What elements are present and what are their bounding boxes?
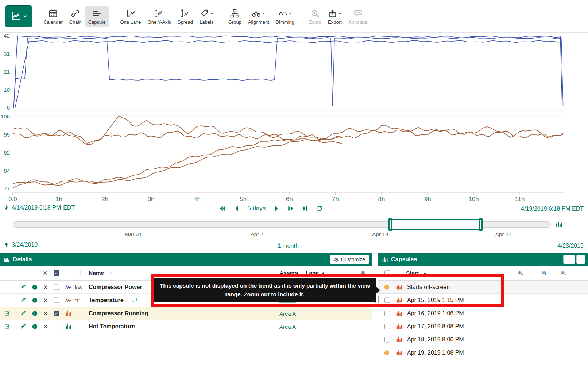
toolbar-group: One LaneOne Y-AxisSpreadLabels [117,6,217,27]
add-property-column-icon[interactable] [561,270,567,276]
y-axis-tick: 31 [4,51,10,57]
capsule-checkbox[interactable] [384,297,390,303]
export-icon [328,9,337,18]
capsule-row: Apr 19, 2019 1:08 PM [378,346,588,359]
info-icon[interactable] [32,297,38,303]
toolbar-icon-row [200,9,214,18]
toolbar-button-one-y-axis[interactable]: One Y-Axis [144,6,174,27]
remove-icon[interactable] [43,311,48,316]
add-column-icon[interactable] [518,270,524,276]
remove-all-icon[interactable] [43,270,48,276]
arrow-down-icon[interactable] [3,204,9,211]
toolbar-button-export[interactable]: Export [324,6,345,27]
row-checkbox[interactable] [54,284,59,290]
step-back-button[interactable] [233,205,240,212]
comment-icon[interactable] [131,297,138,303]
asset-swap-icon[interactable] [20,310,26,316]
range-end-group: 4/19/2019 6:18 PM EDT [521,206,584,212]
step-forward-button[interactable] [273,205,280,212]
range-end-datetime[interactable]: 4/19/2019 6:18 PM [521,206,570,212]
add-stat-column-icon[interactable] [541,270,547,276]
range-start-group: 4/14/2019 6:18 PM EDT [3,204,75,211]
row-checkbox[interactable] [54,297,59,303]
edit-icon [4,323,11,329]
capsule-start-value: Starts off-screen [407,284,450,290]
capsule-checkbox[interactable] [384,311,390,316]
scrubber-date-label: Apr 21 [495,231,511,237]
capsule-time-icon[interactable] [556,221,563,228]
toolbar-button-spread[interactable]: Spread [174,6,196,27]
toolbar-button-chain[interactable]: Chain [66,6,85,27]
toolbar-button-labels[interactable]: Labels [196,6,217,27]
range-start-datetime[interactable]: 4/14/2019 6:18 PM [12,204,61,211]
info-icon[interactable] [32,284,38,290]
row-checkbox[interactable]: ✓ [54,311,59,316]
trend-chart[interactable]: 423121100106999284770.01h2h3h4h5h6h7h8h9… [0,33,588,204]
asset-link[interactable]: Area A [279,310,296,316]
x-axis-tick: 10h [468,196,479,203]
scrubber-handle-right[interactable] [479,218,483,231]
sort-updown-icon[interactable] [108,270,113,276]
step-forward-fast-button[interactable] [287,205,294,212]
remove-icon[interactable] [43,298,48,303]
toolbar-button-alignment[interactable]: Alignment [245,6,272,27]
investigate-end-date[interactable]: 4/23/2019 [558,243,584,249]
warning-info-icon[interactable] [384,284,390,290]
sort-updown-icon[interactable] [78,270,83,276]
customize-button[interactable]: ⚙ Customize [330,255,369,264]
y-axis-tick: 106 [1,113,10,120]
select-all-checkbox[interactable]: ✓ [54,270,59,276]
capsules-title: Capsules [391,256,417,263]
main-toolbar: CalendarChainCapsuleOne LaneOne Y-AxisSp… [0,0,588,33]
refresh-icon[interactable] [316,205,323,212]
signal-icon [65,297,71,303]
asset-swap-icon[interactable] [20,284,26,290]
scrubber-handle-left[interactable] [388,218,392,231]
x-axis-tick: 8h [378,196,385,203]
capsule-checkbox[interactable] [384,337,390,342]
arrow-up-icon[interactable] [3,242,9,248]
capsule-checkbox[interactable] [384,324,390,329]
x-axis-tick: 5h [240,196,247,203]
name-column-header[interactable]: Name [89,270,104,276]
lane-column-header[interactable]: Lane [306,270,319,276]
step-back-fast-button[interactable] [219,205,226,212]
toolbar-button-dimming[interactable]: Dimming [272,6,298,27]
select-all-capsules-checkbox[interactable] [384,270,390,276]
range-end-timezone[interactable]: EDT [572,206,584,212]
asset-swap-icon[interactable] [20,297,26,303]
info-icon[interactable] [32,310,38,316]
investigate-duration[interactable]: 1 month [278,243,299,249]
zoom-to-capsule-button[interactable] [563,255,575,264]
capsule-icon [396,284,402,290]
add-column-icon[interactable] [360,270,367,276]
details-title: Details [13,256,32,263]
toolbar-button-capsule[interactable]: Capsule [85,6,109,27]
one-y-axis-icon [154,9,164,18]
item-name: Temperature [89,297,124,304]
item-name: Compressor Running [89,310,148,317]
remove-icon[interactable] [43,324,48,329]
info-icon[interactable] [32,323,38,329]
asset-link[interactable]: Area A [279,323,296,329]
start-column-header[interactable]: Start [406,270,419,276]
collapse-button[interactable] [576,255,585,264]
row-checkbox[interactable] [54,324,59,329]
duration-label[interactable]: 5 days [247,205,266,212]
remove-icon[interactable] [43,285,48,290]
asset-swap-icon[interactable] [20,323,26,329]
step-controls: 5 days [219,205,323,212]
investigate-start-date[interactable]: 3/24/2019 [12,242,38,248]
series-temperature-c [13,138,343,188]
toolbar-button-calendar[interactable]: Calendar [40,6,66,27]
step-to-end-button[interactable] [301,205,309,212]
warning-info-icon[interactable] [384,350,390,356]
assets-column-header[interactable]: Assets [279,270,298,276]
workbench-menu-button[interactable] [5,5,32,27]
toolbar-button-one-lane[interactable]: One Lane [117,6,144,27]
x-axis-tick: 7h [332,196,339,203]
toolbar-button-group[interactable]: Group [225,6,245,27]
range-start-timezone[interactable]: EDT [63,204,75,211]
seeq-workbench: CalendarChainCapsuleOne LaneOne Y-AxisSp… [0,0,588,367]
scrubber-selection[interactable] [390,219,481,230]
